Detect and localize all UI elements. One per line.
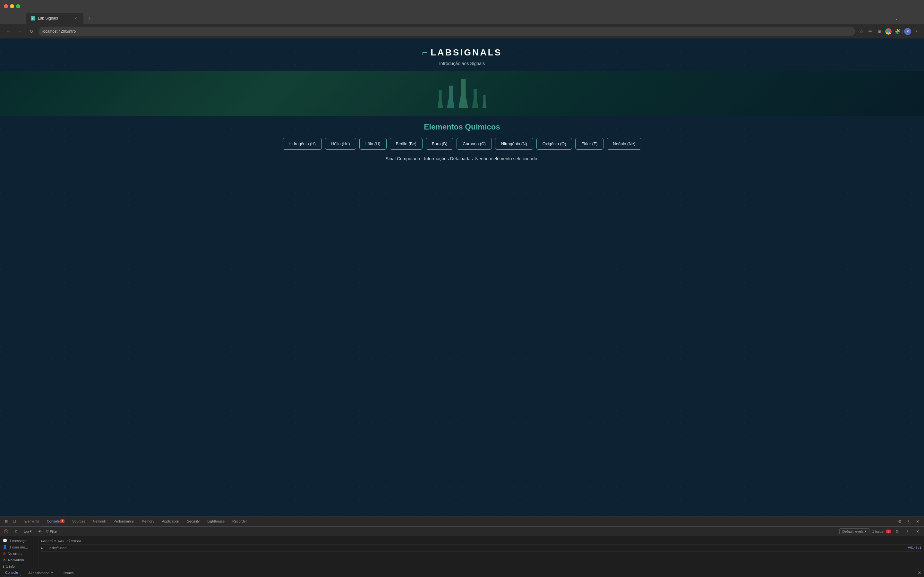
back-button[interactable]: ← [4,27,13,36]
edit-icon[interactable]: ✏ [867,27,874,35]
maximize-window-button[interactable] [16,4,20,8]
tab-title: Lab Signals [38,16,58,21]
new-tab-button[interactable]: + [85,14,94,23]
forward-button[interactable]: → [15,27,24,36]
element-button-9[interactable]: Neônio (Ne) [607,138,641,150]
console-expand-arrow[interactable]: ▶ [41,546,45,550]
console-undefined-value: undefined [47,546,66,550]
devtools-toolbar: 🚫 ⊘ top ▾ 👁 ▽ Filter Default levels ▾ 1 … [0,527,924,536]
bottom-tab-ai[interactable]: AI assistance ✦ [26,570,55,576]
section-title: Elementos Químicos [13,122,911,131]
flask-decoration-2 [447,85,455,108]
sidebar-user-messages[interactable]: 👤 1 user me... [0,544,38,550]
logo-icon: ⌐ [422,47,427,58]
devtools-tab-application[interactable]: Application [158,516,183,526]
sidebar-info-label: 1 info [6,564,15,568]
devtools-close-tab-button[interactable]: ✕ [914,518,921,525]
sidebar-warnings-icon: ⚠ [3,558,6,562]
devtools-close-button[interactable]: ✕ [914,528,921,535]
devtools-tab-sources[interactable]: Sources [68,516,89,526]
flask-decoration-1 [437,90,443,108]
navigation-bar: ← → ↻ localhost:4200/intro ☆ ✏ ⚙ 🧩 P ⋮ [0,24,924,39]
sidebar-errors-label: No errors [8,552,23,556]
devtools-settings-tab-button[interactable]: ⚙ [896,518,903,525]
title-bar [0,0,924,12]
element-button-5[interactable]: Carbono (C) [457,138,492,150]
context-dropdown[interactable]: top ▾ [22,529,34,534]
sidebar-warnings-label: No warnin... [8,558,27,562]
devtools-icon[interactable]: ⚙ [876,27,883,35]
flask-decoration-5 [482,95,487,108]
sidebar-warnings[interactable]: ⚠ No warnin... [0,557,38,563]
extension-puzzle-icon[interactable]: 🧩 [893,27,901,35]
devtools-settings-button[interactable]: ⚙ [893,528,901,535]
console-cleared-text: Console was cleared [41,539,81,543]
ai-tab-label: AI assistance [28,571,49,575]
devtools-inspect-button[interactable]: ☐ [11,518,18,525]
sidebar-messages[interactable]: 💬 1 message [0,538,38,544]
devtools-dock-button[interactable]: ⊟ [3,518,10,525]
url-text: localhost:4200/intro [42,29,851,34]
element-button-4[interactable]: Boro (B) [426,138,453,150]
tab-close-button[interactable]: ✕ [73,16,78,21]
nav-actions: ☆ ✏ ⚙ 🧩 P ⋮ [858,27,920,35]
element-button-7[interactable]: Oxigênio (O) [536,138,572,150]
element-button-2[interactable]: Lítio (Li) [359,138,387,150]
devtools-tab-console[interactable]: Console1 [43,516,68,526]
close-window-button[interactable] [4,4,8,8]
devtools-panel: ⊟ ☐ ElementsConsole1SourcesNetworkPerfor… [0,516,924,577]
bottom-tab-console[interactable]: Console [3,569,21,576]
console-tab-label: Console [5,571,18,574]
tab-menu-button[interactable]: ⌄ [895,16,898,21]
devtools-more-tabs-button[interactable]: ⋮ [905,518,913,525]
issues-badge: 1 Issue: 1 [872,530,891,533]
bookmark-icon[interactable]: ☆ [858,27,865,35]
devtools-tab-elements[interactable]: Elements [21,516,43,526]
sidebar-info-icon: ℹ [3,564,4,568]
devtools-tab-network[interactable]: Network [89,516,110,526]
app-logo: ⌐ LABSIGNALS [0,47,924,58]
devtools-more-button[interactable]: ⋮ [903,528,911,535]
console-body: 💬 1 message 👤 1 user me... ⊗ No errors ⚠… [0,536,924,568]
bottom-tab-issues[interactable]: Issues [61,570,76,576]
console-error-badge: 1 [60,519,65,523]
devtools-tab-memory[interactable]: Memory [137,516,158,526]
sidebar-errors[interactable]: ⊗ No errors [0,550,38,557]
devtools-tab-lighthouse[interactable]: Lighthouse [204,516,228,526]
address-bar[interactable]: localhost:4200/intro [39,27,855,36]
sidebar-messages-label: 1 message [9,539,27,543]
filter-label-icon: ▽ [46,529,48,533]
filter-area: ▽ Filter [46,529,837,533]
devtools-tabs: ⊟ ☐ ElementsConsole1SourcesNetworkPerfor… [0,516,924,527]
minimize-window-button[interactable] [10,4,14,8]
console-output: Console was cleared ▶ undefined VM145:1 [39,536,924,568]
close-devtools-button[interactable]: ✕ [918,570,921,575]
element-button-0[interactable]: Hidrogênio (H) [283,138,322,150]
tab-favicon: L [31,16,35,21]
log-levels-dropdown[interactable]: Default levels ▾ [839,528,869,534]
page-content: ⌐ LABSIGNALS Introdução aos Signals Elem… [0,39,924,516]
browser-menu-icon[interactable]: ⋮ [913,27,920,35]
element-button-8[interactable]: Flúor (F) [575,138,604,150]
clear-console-button[interactable]: 🚫 [3,528,10,535]
filter-button[interactable]: ⊘ [12,528,19,535]
element-button-6[interactable]: Nitrogênio (N) [495,138,533,150]
console-cleared-line: Console was cleared [41,538,921,545]
profile-avatar[interactable]: P [904,28,911,35]
eye-button[interactable]: 👁 [36,528,43,535]
console-source-link[interactable]: VM145:1 [908,546,921,550]
sidebar-info[interactable]: ℹ 1 info [0,563,38,568]
active-tab[interactable]: L Lab Signals ✕ [26,13,83,24]
extensions-icon[interactable] [885,27,892,35]
refresh-button[interactable]: ↻ [27,27,36,36]
devtools-tab-performance[interactable]: Performance [110,516,137,526]
element-button-1[interactable]: Hélio (He) [325,138,356,150]
app-header: ⌐ LABSIGNALS Introdução aos Signals [0,39,924,71]
browser-chrome: L Lab Signals ✕ + ⌄ ← → ↻ localhost:4200… [0,0,924,39]
devtools-tab-security[interactable]: Security [183,516,204,526]
traffic-lights [4,4,20,8]
element-button-3[interactable]: Berilio (Be) [390,138,423,150]
devtools-tab-recorder[interactable]: Recorder [228,516,250,526]
ai-icon: ✦ [51,571,53,574]
separator [903,29,903,34]
